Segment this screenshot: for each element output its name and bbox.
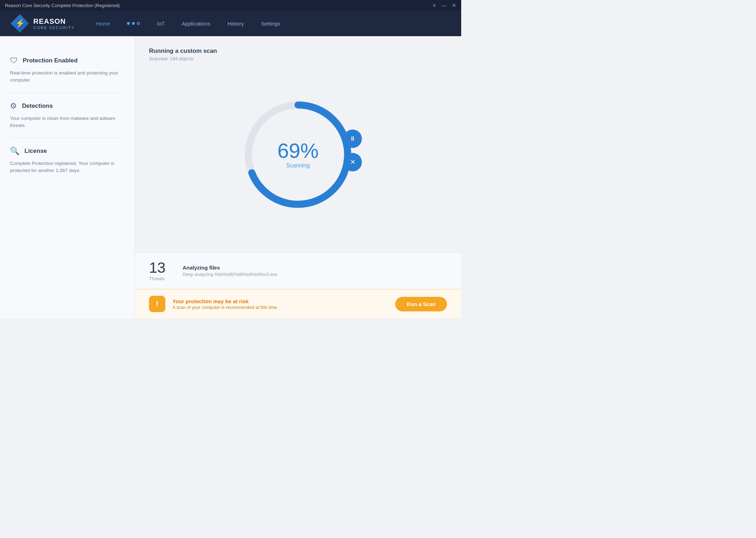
close-button[interactable]: ✕ [452,2,456,8]
license-desc: Complete Protection registered. Your com… [10,160,125,174]
detections-title: Detections [22,102,53,110]
logo: ⚡ REASON CORE SECURITY [11,14,75,33]
warning-icon-wrap: ! [149,296,165,312]
minimize-button[interactable]: — [441,2,446,8]
warning-icon: ! [156,299,158,309]
protection-desc: Real-time protection is enabled and prot… [10,70,125,84]
section-header-protection: 🛡 Protection Enabled [10,56,125,65]
brand-name: REASON [33,17,75,26]
license-title: License [24,148,47,155]
nav-applications[interactable]: Applications [182,21,210,27]
ring-inner: 69% Scanning [277,140,319,169]
scan-percent: 69% [277,140,319,161]
warning-subtitle: A scan of your computer is recommended a… [172,305,388,310]
nav-dot-3 [137,22,140,25]
scan-bottom: 13 Threats Analyzing files Deep analyzin… [135,252,461,289]
pause-button[interactable]: ⏸ [343,129,362,148]
titlebar-controls: ≡ — ✕ [433,2,456,8]
sidebar-section-protection: 🛡 Protection Enabled Real-time protectio… [10,48,125,93]
sidebar-section-detections: ⚙ Detections Your computer is clean from… [10,93,125,138]
section-header-detections: ⚙ Detections [10,101,125,111]
nav-dot-1 [127,22,130,25]
nav-home[interactable]: Home [96,21,110,27]
nav-dots [127,22,140,25]
nav-iot[interactable]: IoT [157,21,165,27]
shield-icon: 🛡 [10,56,18,65]
progress-ring-container: 69% Scanning ⏸ ✕ [241,98,355,211]
nav-settings[interactable]: Settings [261,21,280,27]
analyzing-info: Analyzing files Deep analyzing %bb%d8{%b… [183,265,277,277]
detections-icon: ⚙ [10,101,17,111]
content-area: Running a custom scan Scanned: 194 objec… [135,36,461,318]
nav-history[interactable]: History [227,21,244,27]
threats-number: 13 [149,260,166,275]
logo-bolt-icon: ⚡ [15,19,25,28]
nav-items: Home IoT Applications History Settings [96,21,451,27]
ring-controls: ⏸ ✕ [343,129,362,171]
analyzing-file: Deep analyzing %bb%d8{%b8%b4%b9%c5.exe [183,272,277,277]
scan-area: Running a custom scan Scanned: 194 objec… [135,36,461,252]
ring-area: 69% Scanning ⏸ ✕ [149,68,447,241]
titlebar: Reason Core Security Complete Protection… [0,0,461,11]
license-icon: 🔍 [10,146,20,156]
main-area: 🛡 Protection Enabled Real-time protectio… [0,36,461,318]
protection-title: Protection Enabled [23,57,78,64]
threats-label: Threats [149,276,166,281]
sidebar-section-license: 🔍 License Complete Protection registered… [10,138,125,183]
stop-button[interactable]: ✕ [343,153,362,171]
scan-subtitle: Scanned: 194 objects [149,56,447,61]
warning-banner: ! Your protection may be at risk A scan … [135,289,461,318]
section-header-license: 🔍 License [10,146,125,156]
logo-diamond: ⚡ [11,14,29,33]
scan-title: Running a custom scan [149,48,447,55]
nav-dot-2 [132,22,135,25]
brand-sub: CORE SECURITY [33,26,75,30]
analyzing-title: Analyzing files [183,265,277,271]
logo-text: REASON CORE SECURITY [33,17,75,30]
detections-desc: Your computer is clean from malware and … [10,115,125,129]
navbar: ⚡ REASON CORE SECURITY Home IoT Applicat… [0,11,461,36]
warning-title: Your protection may be at risk [172,298,388,304]
run-scan-button[interactable]: Run a Scan [395,297,447,311]
scan-status-label: Scanning [277,162,319,169]
warning-text: Your protection may be at risk A scan of… [172,298,388,310]
threats-count-area: 13 Threats [149,260,166,281]
menu-button[interactable]: ≡ [433,2,436,8]
titlebar-title: Reason Core Security Complete Protection… [5,3,120,8]
sidebar: 🛡 Protection Enabled Real-time protectio… [0,36,135,318]
